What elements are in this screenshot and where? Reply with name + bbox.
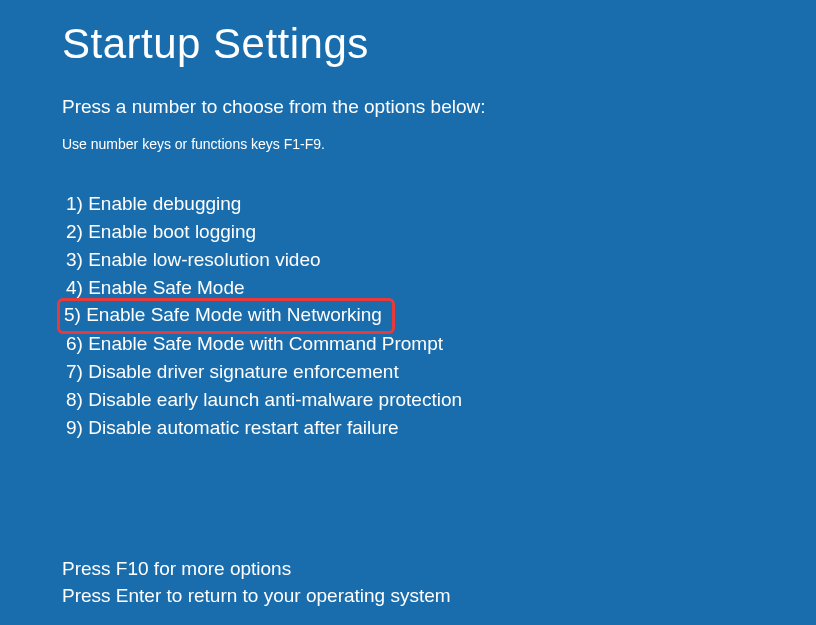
option-label: 1) Enable debugging xyxy=(62,190,245,218)
highlight-box: 5) Enable Safe Mode with Networking xyxy=(57,298,395,334)
option-9[interactable]: 9) Disable automatic restart after failu… xyxy=(62,414,816,442)
option-label: 9) Disable automatic restart after failu… xyxy=(62,414,403,442)
option-label: 5) Enable Safe Mode with Networking xyxy=(64,304,382,325)
option-label: 2) Enable boot logging xyxy=(62,218,260,246)
option-6[interactable]: 6) Enable Safe Mode with Command Prompt xyxy=(62,330,816,358)
page-title: Startup Settings xyxy=(62,20,816,68)
footer: Press F10 for more options Press Enter t… xyxy=(62,555,451,609)
option-5[interactable]: 5) Enable Safe Mode with Networking xyxy=(62,302,816,330)
footer-return: Press Enter to return to your operating … xyxy=(62,582,451,609)
footer-more-options: Press F10 for more options xyxy=(62,555,451,582)
option-3[interactable]: 3) Enable low-resolution video xyxy=(62,246,816,274)
option-1[interactable]: 1) Enable debugging xyxy=(62,190,816,218)
option-2[interactable]: 2) Enable boot logging xyxy=(62,218,816,246)
option-7[interactable]: 7) Disable driver signature enforcement xyxy=(62,358,816,386)
subtitle: Press a number to choose from the option… xyxy=(62,96,816,118)
options-list: 1) Enable debugging 2) Enable boot loggi… xyxy=(62,190,816,442)
option-label: 8) Disable early launch anti-malware pro… xyxy=(62,386,466,414)
key-hint: Use number keys or functions keys F1-F9. xyxy=(62,136,816,152)
option-label: 7) Disable driver signature enforcement xyxy=(62,358,403,386)
option-label: 3) Enable low-resolution video xyxy=(62,246,325,274)
option-8[interactable]: 8) Disable early launch anti-malware pro… xyxy=(62,386,816,414)
option-label: 6) Enable Safe Mode with Command Prompt xyxy=(62,330,447,358)
